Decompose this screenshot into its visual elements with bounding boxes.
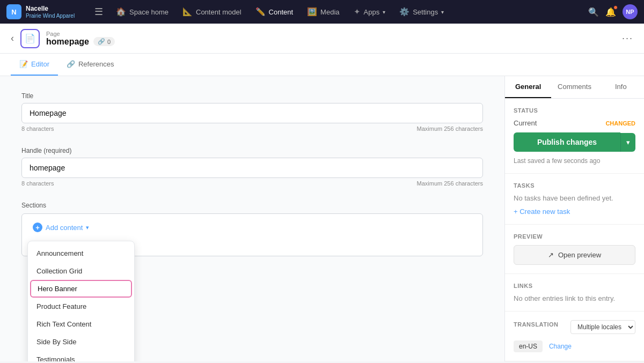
- status-section: STATUS Current CHANGED Publish changes ▾…: [505, 99, 644, 174]
- tasks-section-title: TASKS: [514, 182, 635, 189]
- nav-label-content-model: Content model: [196, 8, 241, 16]
- media-icon: 🖼️: [307, 7, 317, 17]
- nav-item-apps[interactable]: ✦ Apps ▾: [347, 4, 392, 20]
- publish-button[interactable]: Publish changes: [514, 132, 620, 152]
- top-nav: N Nacelle Prairie Wind Apparel ☰ 🏠 Space…: [0, 0, 644, 24]
- current-label: Current: [514, 119, 537, 127]
- dropdown-item-collection-grid[interactable]: Collection Grid: [28, 262, 134, 280]
- search-icon[interactable]: 🔍: [588, 7, 599, 17]
- tab-references-label: References: [78, 60, 114, 68]
- nav-item-media[interactable]: 🖼️ Media: [301, 4, 346, 20]
- preview-icon: ↗: [548, 251, 554, 259]
- handle-meta: 8 characters Maximum 256 characters: [21, 180, 483, 187]
- handle-field-group: Handle (required) 8 characters Maximum 2…: [21, 147, 483, 187]
- tasks-section: TASKS No tasks have been defined yet. + …: [505, 174, 644, 225]
- nav-items: 🏠 Space home 📐 Content model ✏️ Content …: [109, 4, 586, 20]
- handle-input[interactable]: [21, 158, 483, 178]
- page-title-row: homepage 🔗 0: [46, 37, 115, 47]
- nav-right: 🔍 🔔 NP: [588, 4, 638, 19]
- brand: N Nacelle Prairie Wind Apparel: [6, 4, 92, 19]
- more-options-button[interactable]: ···: [622, 33, 633, 44]
- add-icon: +: [33, 223, 42, 232]
- panel-tabs: General Comments Info: [505, 76, 644, 99]
- title-char-count: 8 characters: [21, 125, 54, 132]
- page-name: homepage: [46, 37, 89, 47]
- locale-badge: en-US: [514, 340, 543, 352]
- title-input[interactable]: [21, 103, 483, 123]
- tab-editor-label: Editor: [31, 60, 49, 68]
- dropdown-item-testimonials[interactable]: Testimonials: [28, 351, 134, 361]
- translation-select[interactable]: Multiple locales: [570, 320, 635, 334]
- status-section-title: STATUS: [514, 107, 635, 114]
- notifications-icon[interactable]: 🔔: [605, 7, 616, 17]
- apps-icon: ✦: [354, 7, 361, 17]
- page-meta: Page homepage 🔗 0: [46, 31, 115, 47]
- brand-text: Nacelle Prairie Wind Apparel: [26, 5, 75, 18]
- main-layout: Title 8 characters Maximum 256 character…: [0, 76, 644, 361]
- open-preview-button[interactable]: ↗ Open preview: [514, 245, 635, 265]
- nav-label-media: Media: [320, 8, 339, 16]
- hamburger-icon[interactable]: ☰: [94, 6, 103, 18]
- page-badge: 🔗 0: [93, 37, 115, 46]
- brand-sub: Prairie Wind Apparel: [26, 13, 75, 19]
- nav-label-space-home: Space home: [129, 8, 169, 16]
- translation-section: TRANSLATION Multiple locales en-US Chang…: [505, 312, 644, 361]
- avatar[interactable]: NP: [623, 4, 638, 19]
- add-content-button[interactable]: + Add content ▾: [27, 219, 94, 235]
- page-type-label: Page: [46, 31, 115, 37]
- link-icon: 🔗: [98, 38, 105, 45]
- references-tab-icon: 🔗: [67, 60, 75, 68]
- title-max-chars: Maximum 256 characters: [417, 125, 484, 132]
- publish-btn-row: Publish changes ▾: [514, 132, 635, 152]
- dropdown-item-announcement[interactable]: Announcement: [28, 245, 134, 262]
- tab-references[interactable]: 🔗 References: [58, 54, 122, 76]
- links-section: LINKS No other entries link to this entr…: [505, 274, 644, 312]
- brand-icon: N: [6, 4, 21, 19]
- locale-row: en-US Change: [514, 340, 635, 352]
- nav-item-space-home[interactable]: 🏠 Space home: [109, 4, 175, 20]
- title-meta: 8 characters Maximum 256 characters: [21, 125, 483, 132]
- nav-label-content: Content: [269, 8, 294, 16]
- change-locale-link[interactable]: Change: [549, 343, 572, 350]
- add-content-dropdown: Announcement Collection Grid Hero Banner…: [27, 241, 135, 361]
- content-model-icon: 📐: [182, 7, 193, 17]
- add-content-caret-icon: ▾: [86, 224, 89, 231]
- open-preview-label: Open preview: [558, 251, 601, 259]
- title-field-group: Title 8 characters Maximum 256 character…: [21, 92, 483, 132]
- panel-tab-comments[interactable]: Comments: [551, 76, 597, 98]
- tab-editor[interactable]: 📝 Editor: [11, 54, 58, 76]
- handle-char-count: 8 characters: [21, 180, 54, 187]
- dropdown-item-product-feature[interactable]: Product Feature: [28, 298, 134, 315]
- nav-label-apps: Apps: [364, 8, 380, 16]
- dropdown-item-hero-banner[interactable]: Hero Banner: [30, 280, 132, 298]
- handle-label: Handle (required): [21, 147, 483, 154]
- page-icon: 📄: [20, 29, 40, 48]
- status-row: Current CHANGED: [514, 119, 635, 127]
- apps-caret-icon: ▾: [383, 9, 385, 15]
- nav-item-settings[interactable]: ⚙️ Settings ▾: [393, 4, 450, 20]
- preview-section-title: PREVIEW: [514, 233, 635, 240]
- handle-max-chars: Maximum 256 characters: [417, 180, 484, 187]
- home-icon: 🏠: [116, 7, 126, 17]
- saved-text: Last saved a few seconds ago: [514, 157, 635, 165]
- tasks-empty-text: No tasks have been defined yet.: [514, 194, 635, 202]
- badge-count: 0: [107, 39, 111, 45]
- create-task-button[interactable]: + Create new task: [514, 208, 635, 216]
- translation-row: TRANSLATION Multiple locales: [514, 320, 635, 334]
- tabs-row: 📝 Editor 🔗 References: [0, 54, 644, 76]
- panel-tab-general[interactable]: General: [505, 76, 551, 98]
- links-empty-text: No other entries link to this entry.: [514, 294, 635, 302]
- panel-tab-info[interactable]: Info: [598, 76, 644, 98]
- back-button[interactable]: ‹: [11, 33, 14, 44]
- page-header: ‹ 📄 Page homepage 🔗 0 ···: [0, 24, 644, 54]
- nav-item-content[interactable]: ✏️ Content: [249, 4, 300, 20]
- dropdown-item-side-by-side[interactable]: Side By Side: [28, 333, 134, 351]
- editor-area: Title 8 characters Maximum 256 character…: [0, 76, 504, 361]
- title-label: Title: [21, 92, 483, 100]
- right-panel: General Comments Info STATUS Current CHA…: [504, 76, 644, 361]
- nav-item-content-model[interactable]: 📐 Content model: [176, 4, 248, 20]
- notification-dot: [613, 5, 618, 10]
- dropdown-item-rich-text-content[interactable]: Rich Text Content: [28, 315, 134, 333]
- publish-caret-button[interactable]: ▾: [620, 133, 635, 152]
- sections-field-group: Sections + Add content ▾ Announcement Co…: [21, 202, 483, 256]
